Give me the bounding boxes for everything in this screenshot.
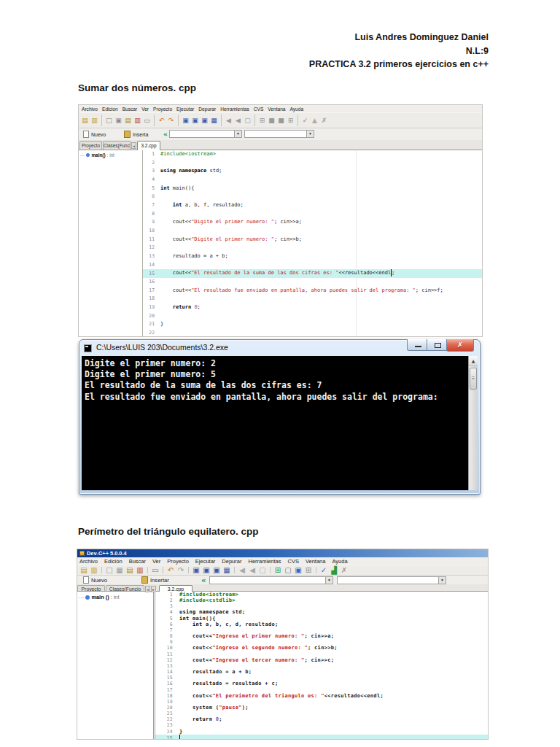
tab-proyecto[interactable]: Proyecto [79,141,102,150]
menu-item-cvs[interactable]: CVS [287,558,298,565]
tab-scroll-left-icon[interactable]: ◂ [145,586,150,592]
menu-item-buscar[interactable]: Buscar [122,107,138,112]
redo-icon[interactable]: ↷ [166,115,176,126]
compile-icon[interactable]: ▣ [181,115,190,126]
scroll-up-icon[interactable]: ▲ [469,356,478,366]
menu-item-archivo[interactable]: Archivo [82,107,98,112]
print-icon[interactable]: ▭ [142,115,152,126]
abort-icon[interactable]: ✗ [319,115,329,126]
open-file-icon[interactable]: ▤ [79,565,89,575]
menu-item-proyecto[interactable]: Proyecto [167,558,189,565]
menu-item-ventana[interactable]: Ventana [306,558,326,565]
menu-item-ayuda[interactable]: Ayuda [332,558,347,565]
menu-item-depurar[interactable]: Depurar [198,107,216,112]
tab-clases[interactable]: Clases(Funcio [103,141,131,150]
step-over-icon[interactable]: ◀ [233,115,243,126]
run-icon[interactable]: ▣ [201,565,211,575]
toolbar-combo-2[interactable]: ▼ [337,576,446,584]
undo-icon[interactable]: ↶ [157,115,166,126]
menu-item-edición[interactable]: Edición [104,558,122,565]
tree-item-main[interactable]: --- main() : int [79,150,142,158]
redo-icon[interactable]: ↷ [176,565,186,575]
open-file-icon[interactable]: ▤ [80,115,90,126]
new-source-icon[interactable]: □ [104,565,114,575]
open-project-icon[interactable]: ▤ [125,565,135,575]
window-grid-icon[interactable]: ⊞ [303,565,314,575]
tab-clases[interactable]: Clases(Funcio [106,585,144,591]
syntax-check-icon[interactable]: ✓ [300,115,310,126]
alert-icon[interactable]: ▲ [310,115,319,126]
close-project-icon[interactable]: ▥ [135,565,145,575]
tab-scroll-left-icon[interactable]: ◂ [131,142,136,149]
new-form-icon[interactable]: ▦ [114,565,125,575]
menu-item-ventana[interactable]: Ventana [268,107,285,112]
inserta-button[interactable]: Inserta [124,128,148,140]
insertar-button[interactable]: Insertar [141,576,169,584]
stop-execution-icon[interactable]: ▢ [257,565,268,575]
ide2-titlebar[interactable]: Dev-C++ 5.0.0.4 [77,549,488,557]
debug-icon[interactable]: ◀ [224,115,233,126]
ide2-code-editor[interactable]: 1#include<iostream>2#include<cstdlib>34u… [155,592,488,739]
toolbar-combo-1[interactable]: ▼ [209,576,333,584]
menu-item-ejecutar[interactable]: Ejecutar [195,558,216,565]
chevron-down-icon[interactable]: ▼ [306,131,314,137]
close-x-icon[interactable]: ✗ [339,565,349,575]
save-file-icon[interactable]: ▥ [90,115,99,126]
menu-item-ayuda[interactable]: Ayuda [289,107,303,112]
menu-item-depurar[interactable]: Depurar [222,558,241,565]
menu-item-ver[interactable]: Ver [152,558,160,565]
profile-chart-icon[interactable]: ▟ [329,565,339,575]
nuevo-button[interactable]: Nuevo [83,576,107,584]
step-over-icon[interactable]: ◀ [247,565,257,575]
console-scrollbar[interactable]: ▲ ≡ [468,356,478,490]
rebuild-all-icon[interactable]: ▦ [209,115,219,126]
ide1-code-editor[interactable]: 1#include<iostream>23using namespace std… [143,150,482,336]
chevron-down-icon[interactable]: ▼ [438,577,446,584]
window-layout-1-icon[interactable]: ▢ [283,565,293,575]
tab-proyecto[interactable]: Proyecto [77,585,105,591]
new-source-icon[interactable]: □ [104,115,114,126]
minimize-button[interactable] [407,339,427,351]
menu-item-archivo[interactable]: Archivo [79,558,98,565]
menu-item-herramientas[interactable]: Herramientas [248,558,281,565]
menu-item-buscar[interactable]: Buscar [129,558,146,565]
menu-item-ver[interactable]: Ver [141,107,149,112]
profile-grid-icon[interactable]: ⊞ [257,115,267,126]
menu-item-herramientas[interactable]: Herramientas [220,107,249,112]
menu-item-ejecutar[interactable]: Ejecutar [176,107,194,112]
menu-item-edicion[interactable]: Edicion [102,107,118,112]
new-project-wizard-icon[interactable]: ⊞ [273,565,283,575]
debug-icon[interactable]: ◀ [237,565,247,575]
window-layout-2-icon[interactable]: ▣ [293,565,303,575]
console-titlebar[interactable]: C:\Users\LUIS 203\Documents\3.2.exe ✗ [79,340,480,356]
rebuild-all-icon[interactable]: ▦ [222,565,232,575]
maximize-button[interactable] [427,339,447,351]
compile-and-run-icon[interactable]: ▣ [200,115,209,126]
close-button[interactable]: ✗ [446,339,474,352]
chevron-down-icon[interactable]: ▼ [234,131,241,137]
profile-grid-2-icon[interactable]: ⊞ [286,115,295,126]
profile-window-1-icon[interactable]: ■ [267,115,276,126]
tab-source-file[interactable]: 3.2.cpp [159,585,192,592]
toolbar-combo-1[interactable]: ▼ [169,130,242,138]
menu-item-proyecto[interactable]: Proyecto [153,107,172,112]
scrollbar-thumb[interactable]: ≡ [470,368,477,390]
profile-window-2-icon[interactable]: ■ [276,115,286,126]
new-project-icon[interactable]: ▣ [114,115,123,126]
compile-icon[interactable]: ▣ [191,565,201,575]
tab-source-file[interactable]: 3.2.cpp [137,141,160,150]
compile-and-run-icon[interactable]: ▣ [211,565,222,575]
run-icon[interactable]: ▣ [190,115,200,126]
save-all-icon[interactable]: ▥ [89,565,99,575]
nuevo-button[interactable]: Nuevo [83,128,106,140]
tree-item-main[interactable]: --- main () : int [77,592,153,600]
undo-icon[interactable]: ↶ [166,565,176,575]
chevron-down-icon[interactable]: ▼ [325,577,332,584]
stop-execution-icon[interactable]: ▢ [243,115,252,126]
syntax-check-icon[interactable]: ✓ [319,565,329,575]
toolbar-combo-2[interactable]: ▼ [244,130,314,138]
close-file-icon[interactable]: ▥ [133,115,142,126]
print-icon[interactable]: ▭ [150,565,160,575]
open-project-icon[interactable]: ▤ [123,115,133,126]
menu-item-cvs[interactable]: CVS [254,107,264,112]
